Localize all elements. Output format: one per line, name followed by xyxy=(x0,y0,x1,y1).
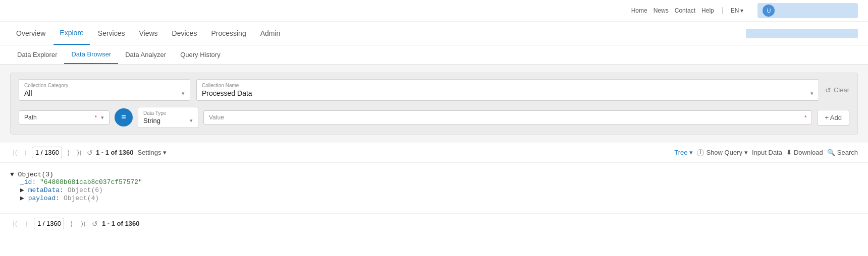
filter-row-1: Collection Category All ▾ Collection Nam… xyxy=(19,79,849,101)
user-menu[interactable]: U ████████ ██████ xyxy=(757,3,858,18)
user-name: ████████ ██████ xyxy=(778,6,853,16)
chevron-down-icon: ▾ xyxy=(182,90,185,97)
chevron-down-icon: ▾ xyxy=(163,149,167,156)
id-row: _id: "64808b681cab8c037cf57572" xyxy=(10,178,858,186)
language-selector[interactable]: EN ▾ xyxy=(731,7,744,14)
collection-category-value: All ▾ xyxy=(24,89,185,97)
tab-query-history[interactable]: Query History xyxy=(173,46,227,63)
metadata-row: ▶ metaData: Object(6) xyxy=(10,186,858,194)
value-input[interactable]: Value * xyxy=(203,110,812,124)
page-input[interactable] xyxy=(32,147,62,158)
tab-data-browser[interactable]: Data Browser xyxy=(64,45,118,64)
filter-row-2: Path * ▾ = Data Type String ▾ Value * + … xyxy=(19,107,849,128)
bottom-prev-page-button[interactable]: ⟨ xyxy=(23,219,30,229)
clear-button[interactable]: ↺ Clear xyxy=(825,86,849,94)
contact-link[interactable]: Contact xyxy=(675,7,695,14)
object-header: ▼ Object(3) xyxy=(10,171,858,178)
bottom-toolbar: ⟨⟨ ⟨ ⟩ ⟩⟨ ↺ 1 - 1 of 1360 xyxy=(0,213,868,233)
chevron-down-icon: ▾ xyxy=(740,7,743,14)
show-query-label: Show Query xyxy=(706,149,742,156)
bottom-next-page-button[interactable]: ⟩ xyxy=(68,219,75,229)
required-indicator: * xyxy=(95,114,97,120)
collection-category-dropdown[interactable]: Collection Category All ▾ xyxy=(19,79,190,101)
bottom-page-input[interactable] xyxy=(34,218,64,229)
pagination-area: ⟨⟨ ⟨ ⟩ ⟩⟨ ↺ 1 - 1 of 1360 xyxy=(10,147,133,158)
bottom-refresh-button[interactable]: ↺ xyxy=(92,220,98,228)
download-label: Download xyxy=(794,149,823,156)
refresh-button[interactable]: ↺ xyxy=(87,149,93,157)
id-key: _id: xyxy=(20,178,36,186)
search-button[interactable]: 🔍 Search xyxy=(827,149,858,156)
avatar: U xyxy=(763,5,775,17)
top-bar-links: Home News Contact Help EN ▾ U ████████ █… xyxy=(631,3,858,18)
help-link[interactable]: Help xyxy=(701,7,714,14)
chevron-down-icon: ▾ xyxy=(190,117,193,124)
clear-label: Clear xyxy=(834,86,849,94)
tab-data-analyzer[interactable]: Data Analyzer xyxy=(118,46,173,63)
nav-overview[interactable]: Overview xyxy=(10,22,51,44)
content-area: Collection Category All ▾ Collection Nam… xyxy=(0,65,868,143)
home-link[interactable]: Home xyxy=(631,7,647,14)
toolbar-right: Tree ▾ i Show Query ▾ Input Data ⬇ Downl… xyxy=(674,149,858,156)
collection-category-text: All xyxy=(24,89,32,97)
path-dropdown[interactable]: Path * ▾ xyxy=(19,110,110,124)
id-value: "64808b681cab8c037cf57572" xyxy=(40,178,142,186)
payload-row: ▶ payload: Object(4) xyxy=(10,194,858,202)
show-query-button[interactable]: i Show Query ▾ xyxy=(697,149,748,156)
download-icon: ⬇ xyxy=(786,149,792,156)
metadata-key: metaData: xyxy=(28,186,64,194)
required-indicator: * xyxy=(804,114,806,120)
add-button[interactable]: + Add xyxy=(817,110,849,125)
collection-name-label: Collection Name xyxy=(202,83,813,88)
page-count: 1 - 1 of 1360 xyxy=(96,149,133,156)
sub-nav: Data Explorer Data Browser Data Analyzer… xyxy=(0,45,868,65)
nav-devices[interactable]: Devices xyxy=(166,22,203,44)
toolbar-row: ⟨⟨ ⟨ ⟩ ⟩⟨ ↺ 1 - 1 of 1360 Settings ▾ Tre… xyxy=(0,143,868,163)
last-page-button[interactable]: ⟩⟨ xyxy=(75,148,84,158)
metadata-type: Object(6) xyxy=(68,186,103,194)
info-icon: i xyxy=(697,149,704,156)
bottom-page-count: 1 - 1 of 1360 xyxy=(102,220,139,227)
input-data-button[interactable]: Input Data xyxy=(752,149,782,156)
filter-section: Collection Category All ▾ Collection Nam… xyxy=(10,73,858,135)
bottom-last-page-button[interactable]: ⟩⟨ xyxy=(79,219,88,229)
search-icon: 🔍 xyxy=(827,149,835,156)
tree-label: Tree xyxy=(674,149,687,156)
download-button[interactable]: ⬇ Download xyxy=(786,149,823,156)
settings-button[interactable]: Settings ▾ xyxy=(137,149,167,156)
nav-user-info: ████████████ ██████████ xyxy=(746,29,858,38)
chevron-down-icon: ▾ xyxy=(810,90,813,97)
main-nav: Overview Explore Services Views Devices … xyxy=(0,22,868,45)
datatype-dropdown[interactable]: Data Type String ▾ xyxy=(138,107,198,128)
first-page-button[interactable]: ⟨⟨ xyxy=(10,148,19,158)
data-area: ▼ Object(3) _id: "64808b681cab8c037cf575… xyxy=(0,163,868,213)
collection-name-text: Processed Data xyxy=(202,89,252,97)
nav-processing[interactable]: Processing xyxy=(205,22,252,44)
chevron-down-icon: ▾ xyxy=(689,149,693,156)
settings-label: Settings xyxy=(137,149,161,156)
equals-button[interactable]: = xyxy=(115,108,133,126)
value-label: Value xyxy=(209,114,804,121)
bottom-first-page-button[interactable]: ⟨⟨ xyxy=(10,219,19,229)
input-data-label: Input Data xyxy=(752,149,782,156)
nav-admin[interactable]: Admin xyxy=(254,22,287,44)
nav-services[interactable]: Services xyxy=(92,22,131,44)
nav-views[interactable]: Views xyxy=(133,22,164,44)
payload-type: Object(4) xyxy=(64,195,99,202)
prev-page-button[interactable]: ⟨ xyxy=(22,148,29,158)
language-label: EN xyxy=(731,7,739,14)
metadata-toggle[interactable]: ▶ xyxy=(20,186,24,194)
payload-toggle[interactable]: ▶ xyxy=(20,195,24,202)
tab-data-explorer[interactable]: Data Explorer xyxy=(10,46,64,63)
chevron-down-icon: ▾ xyxy=(101,114,104,121)
next-page-button[interactable]: ⟩ xyxy=(65,148,72,158)
nav-explore[interactable]: Explore xyxy=(53,22,89,45)
collection-category-label: Collection Category xyxy=(24,83,185,88)
collection-name-dropdown[interactable]: Collection Name Processed Data ▾ xyxy=(196,79,819,101)
nav-right: ████████████ ██████████ xyxy=(746,29,858,38)
payload-key: payload: xyxy=(28,195,60,202)
equals-symbol: = xyxy=(121,113,126,122)
object-toggle[interactable]: ▼ Object(3) xyxy=(10,171,53,178)
news-link[interactable]: News xyxy=(654,7,669,14)
tree-view-button[interactable]: Tree ▾ xyxy=(674,149,693,156)
